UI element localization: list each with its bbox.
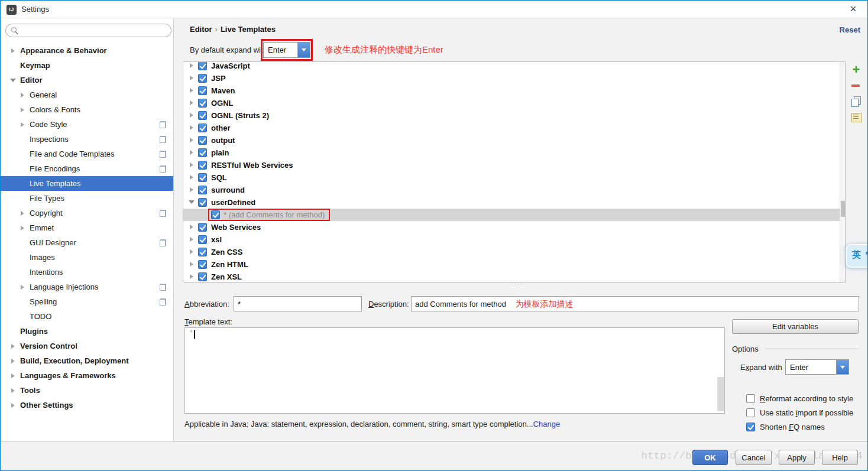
chevron-right-icon[interactable]: [20, 211, 25, 216]
template-tree-row-plain[interactable]: plain: [183, 147, 840, 159]
chevron-right-icon[interactable]: [189, 237, 194, 242]
checkbox-unchecked[interactable]: [746, 394, 755, 403]
template-tree-row-zen-html[interactable]: Zen HTML: [183, 258, 840, 271]
edit-variables-button[interactable]: Edit variables: [732, 319, 859, 334]
template-tree-row-jsp[interactable]: JSP: [183, 72, 840, 85]
sidebar-item-other-settings[interactable]: Other Settings: [1, 398, 173, 412]
search-input[interactable]: [21, 25, 168, 36]
cancel-button[interactable]: Cancel: [736, 450, 772, 465]
sidebar-item-keymap[interactable]: Keymap: [1, 58, 173, 73]
chevron-right-icon[interactable]: [189, 113, 194, 118]
change-link[interactable]: Change: [533, 420, 561, 428]
reset-link[interactable]: Reset: [840, 25, 860, 34]
sidebar-item-tools[interactable]: Tools: [1, 383, 173, 398]
template-tree-row-web-services[interactable]: Web Services: [183, 221, 840, 233]
checkbox-checked[interactable]: [198, 124, 207, 132]
sidebar-item-appearance-behavior[interactable]: Appearance & Behavior: [1, 43, 173, 58]
sidebar-item-live-templates[interactable]: Live Templates: [1, 176, 173, 191]
sidebar-item-inspections[interactable]: Inspections: [1, 132, 173, 147]
checkbox-checked[interactable]: [198, 61, 207, 70]
sidebar-item-build-execution-deployment[interactable]: Build, Execution, Deployment: [1, 353, 173, 368]
splitter-handle[interactable]: ·····: [506, 281, 532, 287]
add-template-icon[interactable]: +: [849, 64, 863, 80]
chevron-right-icon[interactable]: [189, 100, 194, 106]
chevron-right-icon[interactable]: [11, 48, 15, 53]
checkbox-checked[interactable]: [198, 272, 207, 281]
template-tree-row-output[interactable]: output: [183, 134, 840, 147]
chevron-down-icon[interactable]: [297, 43, 310, 57]
restore-defaults-icon[interactable]: [849, 112, 863, 127]
tree-scrollbar[interactable]: [840, 62, 845, 282]
chevron-right-icon[interactable]: [189, 63, 194, 69]
template-tree-row-restful-web-services[interactable]: RESTful Web Services: [183, 159, 840, 171]
option-use-static-import-if-possible[interactable]: Use static import if possible: [746, 407, 853, 418]
template-tree-row-maven[interactable]: Maven: [183, 85, 840, 97]
sidebar-item-plugins[interactable]: Plugins: [1, 324, 173, 339]
chevron-right-icon[interactable]: [189, 150, 194, 155]
help-button[interactable]: Help: [822, 450, 858, 465]
template-tree-row-ognl[interactable]: OGNL: [183, 97, 840, 109]
sidebar-item-file-and-code-templates[interactable]: File and Code Templates: [1, 147, 173, 161]
chevron-right-icon[interactable]: [189, 225, 194, 230]
sidebar-item-languages-frameworks[interactable]: Languages & Frameworks: [1, 368, 173, 383]
chevron-right-icon[interactable]: [20, 226, 25, 230]
chevron-right-icon[interactable]: [20, 108, 25, 112]
checkbox-checked[interactable]: [198, 161, 207, 170]
chevron-right-icon[interactable]: [189, 187, 194, 193]
sidebar-item-file-types[interactable]: File Types: [1, 191, 173, 206]
chevron-right-icon[interactable]: [20, 93, 25, 98]
chevron-right-icon[interactable]: [189, 76, 194, 81]
tree-scrollbar-thumb[interactable]: [841, 201, 845, 217]
chevron-right-icon[interactable]: [11, 344, 15, 349]
chevron-right-icon[interactable]: [189, 249, 194, 255]
chevron-right-icon[interactable]: [20, 122, 25, 127]
default-expand-with-dropdown[interactable]: Enter: [263, 42, 310, 58]
chevron-right-icon[interactable]: [189, 274, 194, 280]
chevron-right-icon[interactable]: [11, 388, 15, 393]
chevron-right-icon[interactable]: [189, 125, 194, 131]
checkbox-checked[interactable]: [746, 423, 755, 431]
chevron-right-icon[interactable]: [20, 285, 25, 290]
sidebar-item-copyright[interactable]: Copyright: [1, 206, 173, 220]
template-tree-row-sql[interactable]: SQL: [183, 171, 840, 184]
template-tree-row-surround[interactable]: surround: [183, 184, 840, 196]
sidebar-item-version-control[interactable]: Version Control: [1, 339, 173, 353]
option-shorten-fq-names[interactable]: Shorten FQ names: [746, 421, 825, 433]
ok-button[interactable]: OK: [692, 450, 728, 465]
expand-with-dropdown[interactable]: Enter: [785, 359, 849, 375]
checkbox-checked[interactable]: [198, 223, 207, 232]
checkbox-checked[interactable]: [198, 198, 207, 207]
chevron-right-icon[interactable]: [11, 403, 15, 408]
sidebar-item-editor[interactable]: Editor: [1, 73, 173, 87]
template-tree-row-ognl-struts-2[interactable]: OGNL (Struts 2): [183, 109, 840, 122]
description-input[interactable]: add Comments for method 为模板添加描述: [411, 296, 859, 311]
checkbox-checked[interactable]: [198, 248, 207, 256]
chevron-right-icon[interactable]: [11, 373, 15, 378]
chevron-right-icon[interactable]: [189, 175, 194, 180]
checkbox-checked[interactable]: [198, 86, 207, 95]
sidebar-item-gui-designer[interactable]: GUI Designer: [1, 235, 173, 250]
checkbox-checked[interactable]: [198, 186, 207, 194]
sidebar-item-intentions[interactable]: Intentions: [1, 265, 173, 280]
checkbox-checked[interactable]: [198, 74, 207, 83]
sidebar-item-todo[interactable]: TODO: [1, 309, 173, 324]
sidebar-item-language-injections[interactable]: Language Injections: [1, 280, 173, 294]
chevron-right-icon[interactable]: [189, 88, 194, 93]
checkbox-checked[interactable]: [198, 136, 207, 145]
chevron-down-icon[interactable]: [189, 200, 194, 205]
chevron-down-icon[interactable]: [836, 360, 848, 374]
chevron-right-icon[interactable]: [189, 262, 194, 267]
template-tree-row-userdefined[interactable]: userDefined: [183, 196, 840, 209]
remove-template-icon[interactable]: [849, 80, 863, 95]
checkbox-checked[interactable]: [198, 148, 207, 157]
checkbox-checked[interactable]: [198, 235, 207, 244]
chevron-right-icon[interactable]: [189, 138, 194, 143]
apply-button[interactable]: Apply: [779, 450, 815, 465]
search-box[interactable]: [5, 24, 171, 37]
sidebar-item-general[interactable]: General: [1, 87, 173, 102]
template-text-editor[interactable]: *: [184, 327, 725, 414]
editor-scrollbar-thumb[interactable]: [717, 377, 724, 411]
chevron-down-icon[interactable]: [11, 78, 15, 83]
checkbox-checked[interactable]: [198, 99, 207, 108]
close-icon[interactable]: ×: [843, 1, 864, 18]
